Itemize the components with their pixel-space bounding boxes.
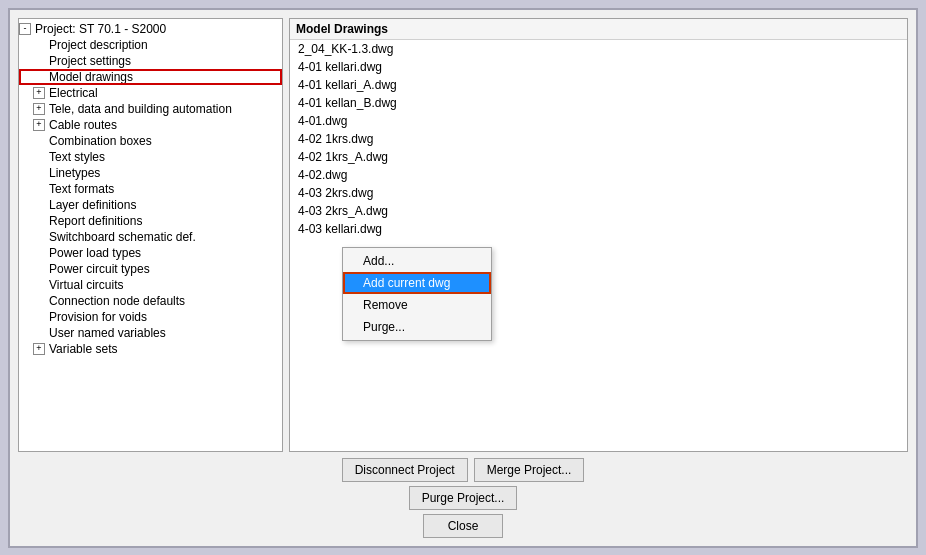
drawing-item[interactable]: 4-03 kellari.dwg [290,220,907,238]
tree-item-project-desc[interactable]: Project description [19,37,282,53]
tree-label-power-circuit-types: Power circuit types [49,262,150,276]
tree-item-virtual-circuits[interactable]: Virtual circuits [19,277,282,293]
tree-item-model-drawings[interactable]: Model drawings [19,69,282,85]
drawing-list: 2_04_KK-1.3.dwg4-01 kellari.dwg4-01 kell… [290,40,907,451]
right-panel: Model Drawings 2_04_KK-1.3.dwg4-01 kella… [289,18,908,452]
drawing-item[interactable]: 4-02 1krs.dwg [290,130,907,148]
tree-item-power-load-types[interactable]: Power load types [19,245,282,261]
close-row: Close [18,514,908,538]
tree-item-root[interactable]: -Project: ST 70.1 - S2000 [19,21,282,37]
tree-label-virtual-circuits: Virtual circuits [49,278,123,292]
tree-item-layer-definitions[interactable]: Layer definitions [19,197,282,213]
tree-label-text-formats: Text formats [49,182,114,196]
tree-label-connection-node-defaults: Connection node defaults [49,294,185,308]
context-menu-item-remove[interactable]: Remove [343,294,491,316]
tree-item-electrical[interactable]: +Electrical [19,85,282,101]
context-menu-item-add[interactable]: Add... [343,250,491,272]
purge-button[interactable]: Purge Project... [409,486,518,510]
bottom-row-1: Disconnect Project Merge Project... [18,458,908,482]
context-menu-item-purge[interactable]: Purge... [343,316,491,338]
drawing-item[interactable]: 4-01 kellari_A.dwg [290,76,907,94]
tree-item-power-circuit-types[interactable]: Power circuit types [19,261,282,277]
tree-label-tele-data: Tele, data and building automation [49,102,232,116]
expander-variable-sets[interactable]: + [33,343,45,355]
tree-item-connection-node-defaults[interactable]: Connection node defaults [19,293,282,309]
tree-label-power-load-types: Power load types [49,246,141,260]
tree-label-project-settings: Project settings [49,54,131,68]
tree-item-text-formats[interactable]: Text formats [19,181,282,197]
tree-label-combination-boxes: Combination boxes [49,134,152,148]
tree-item-linetypes[interactable]: Linetypes [19,165,282,181]
tree-label-switchboard-schematic: Switchboard schematic def. [49,230,196,244]
tree-item-tele-data[interactable]: +Tele, data and building automation [19,101,282,117]
tree-label-cable-routes: Cable routes [49,118,117,132]
expander-tele-data[interactable]: + [33,103,45,115]
bottom-row-2: Purge Project... [18,486,908,510]
content-area: -Project: ST 70.1 - S2000Project descrip… [18,18,908,452]
tree-item-variable-sets[interactable]: +Variable sets [19,341,282,357]
drawing-item[interactable]: 4-02 1krs_A.dwg [290,148,907,166]
tree-label-electrical: Electrical [49,86,98,100]
tree-label-root: Project: ST 70.1 - S2000 [35,22,166,36]
model-drawings-header: Model Drawings [290,19,907,40]
tree-label-layer-definitions: Layer definitions [49,198,136,212]
drawing-item[interactable]: 4-01 kellari.dwg [290,58,907,76]
tree-item-user-named-variables[interactable]: User named variables [19,325,282,341]
tree-label-report-definitions: Report definitions [49,214,142,228]
tree-item-project-settings[interactable]: Project settings [19,53,282,69]
tree-label-user-named-variables: User named variables [49,326,166,340]
expander-electrical[interactable]: + [33,87,45,99]
main-window: -Project: ST 70.1 - S2000Project descrip… [8,8,918,548]
tree-item-text-styles[interactable]: Text styles [19,149,282,165]
tree-label-model-drawings: Model drawings [49,70,133,84]
tree-item-combination-boxes[interactable]: Combination boxes [19,133,282,149]
close-button[interactable]: Close [423,514,503,538]
left-panel: -Project: ST 70.1 - S2000Project descrip… [18,18,283,452]
tree-item-cable-routes[interactable]: +Cable routes [19,117,282,133]
tree-label-project-desc: Project description [49,38,148,52]
drawing-item[interactable]: 4-02.dwg [290,166,907,184]
context-menu: Add...Add current dwgRemovePurge... [342,247,492,341]
tree-label-text-styles: Text styles [49,150,105,164]
merge-button[interactable]: Merge Project... [474,458,585,482]
bottom-buttons: Disconnect Project Merge Project... Purg… [18,458,908,538]
tree-label-provision-for-voids: Provision for voids [49,310,147,324]
tree-label-linetypes: Linetypes [49,166,100,180]
drawing-item[interactable]: 4-03 2krs_A.dwg [290,202,907,220]
tree-item-provision-for-voids[interactable]: Provision for voids [19,309,282,325]
tree-label-variable-sets: Variable sets [49,342,117,356]
tree-item-report-definitions[interactable]: Report definitions [19,213,282,229]
context-menu-item-add-current[interactable]: Add current dwg [343,272,491,294]
drawing-item[interactable]: 4-01.dwg [290,112,907,130]
disconnect-button[interactable]: Disconnect Project [342,458,468,482]
drawing-item[interactable]: 4-01 kellan_B.dwg [290,94,907,112]
expander-cable-routes[interactable]: + [33,119,45,131]
tree-item-switchboard-schematic[interactable]: Switchboard schematic def. [19,229,282,245]
drawing-item[interactable]: 2_04_KK-1.3.dwg [290,40,907,58]
drawing-item[interactable]: 4-03 2krs.dwg [290,184,907,202]
expander-root[interactable]: - [19,23,31,35]
